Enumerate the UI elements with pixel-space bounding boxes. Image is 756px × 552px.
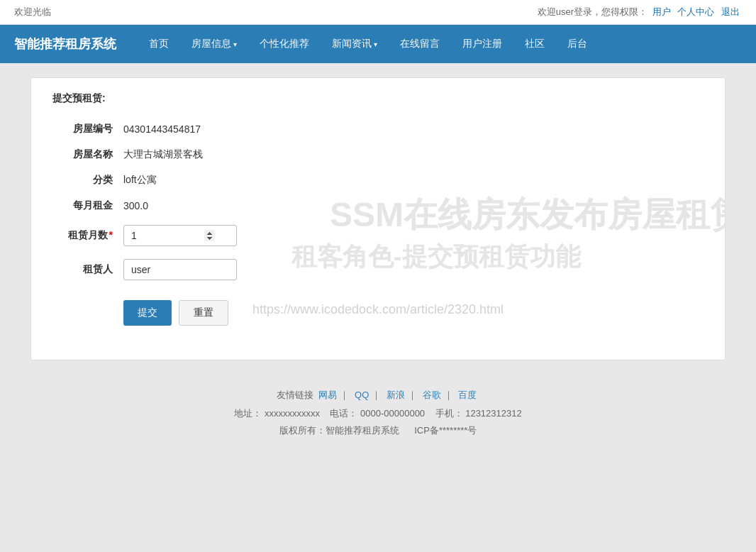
form-title: 提交预租赁:: [52, 92, 704, 109]
address-label: 地址：: [234, 408, 262, 419]
nav-item-community: 社区: [513, 25, 556, 63]
welcome-left: 欢迎光临: [14, 6, 51, 18]
icp-text: ICP备********号: [414, 425, 477, 436]
nav-item-news: 新闻资讯: [321, 25, 389, 63]
button-row: 提交 重置: [52, 293, 704, 326]
nav-link-community[interactable]: 社区: [513, 25, 556, 63]
footer: 友情链接 网易｜ QQ｜ 新浪｜ 谷歌｜ 百度 地址： xxxxxxxxxxxx…: [0, 375, 756, 451]
nav-link-backend[interactable]: 后台: [556, 25, 599, 63]
nav-link-recommend[interactable]: 个性化推荐: [248, 25, 321, 63]
monthly-rent-label: 每月租金: [52, 199, 123, 212]
footer-info: 地址： xxxxxxxxxxxx 电话： 0000-00000000 手机： 1…: [14, 407, 742, 420]
house-number-label: 房屋编号: [52, 123, 123, 136]
nav-item-backend: 后台: [556, 25, 599, 63]
house-number-value: 04301443454817: [123, 123, 201, 135]
submit-button[interactable]: 提交: [123, 300, 172, 326]
btn-group: 提交 重置: [123, 300, 228, 326]
renter-row: 租赁人: [52, 259, 704, 280]
house-name-row: 房屋名称 大理古城湖景客栈: [52, 148, 704, 161]
logout-link[interactable]: 退出: [721, 6, 740, 17]
reset-button[interactable]: 重置: [179, 300, 228, 326]
user-link[interactable]: 用户: [652, 6, 671, 17]
category-value: loft公寓: [123, 174, 157, 187]
welcome-right-text: 欢迎user登录，您得权限：: [538, 6, 647, 17]
footer-link-sina[interactable]: 新浪: [387, 390, 405, 400]
category-row: 分类 loft公寓: [52, 174, 704, 187]
house-number-row: 房屋编号 04301443454817: [52, 123, 704, 136]
footer-link-google[interactable]: 谷歌: [423, 390, 441, 400]
phone-label: 电话：: [330, 408, 357, 419]
rental-months-row: 租赁月数: [52, 225, 704, 246]
nav-items: 首页 房屋信息 个性化推荐 新闻资讯 在线留言 用户注册 社区 后台: [138, 25, 599, 63]
footer-link-wangyi[interactable]: 网易: [318, 390, 337, 400]
house-name-label: 房屋名称: [52, 148, 123, 161]
nav-link-home[interactable]: 首页: [138, 25, 180, 63]
renter-input[interactable]: [123, 259, 237, 280]
personal-center-link[interactable]: 个人中心: [677, 6, 714, 17]
mobile-value: 12312312312: [465, 408, 522, 419]
category-label: 分类: [52, 174, 123, 187]
mobile-label: 手机：: [435, 408, 463, 419]
renter-label: 租赁人: [52, 263, 123, 276]
links-label: 友情链接: [277, 390, 313, 400]
top-bar-right: 欢迎user登录，您得权限： 用户 个人中心 退出: [538, 6, 742, 18]
nav-item-home: 首页: [138, 25, 180, 63]
nav-link-news[interactable]: 新闻资讯: [321, 25, 389, 63]
monthly-rent-value: 300.0: [123, 200, 148, 211]
footer-link-baidu[interactable]: 百度: [458, 390, 477, 400]
form-card: 提交预租赁: SSM在线房东发布房屋租赁平台 租客角色-提交预租赁功能 http…: [30, 77, 726, 360]
copyright-text: 版权所有：智能推荐租房系统: [279, 425, 399, 436]
rental-months-label: 租赁月数: [52, 229, 123, 242]
phone-value: 0000-00000000: [360, 408, 425, 419]
top-bar: 欢迎光临 欢迎user登录，您得权限： 用户 个人中心 退出: [0, 0, 756, 25]
rental-months-input-wrap: [123, 225, 237, 246]
nav-item-register: 用户注册: [451, 25, 513, 63]
nav-link-message[interactable]: 在线留言: [389, 25, 451, 63]
nav-brand: 智能推荐租房系统: [14, 25, 130, 63]
rental-months-input[interactable]: [123, 225, 237, 246]
address-value: xxxxxxxxxxxx: [265, 408, 320, 419]
nav-link-register[interactable]: 用户注册: [451, 25, 513, 63]
main-content: 提交预租赁: SSM在线房东发布房屋租赁平台 租客角色-提交预租赁功能 http…: [23, 77, 733, 360]
monthly-rent-row: 每月租金 300.0: [52, 199, 704, 212]
nav-item-recommend: 个性化推荐: [248, 25, 321, 63]
nav-item-message: 在线留言: [389, 25, 451, 63]
nav-link-house-info[interactable]: 房屋信息: [180, 25, 248, 63]
nav-item-house-info: 房屋信息: [180, 25, 248, 63]
footer-link-qq[interactable]: QQ: [355, 390, 369, 400]
navbar: 智能推荐租房系统 首页 房屋信息 个性化推荐 新闻资讯 在线留言 用户注册 社区…: [0, 25, 756, 63]
house-name-value: 大理古城湖景客栈: [123, 148, 203, 161]
footer-copy: 版权所有：智能推荐租房系统 ICP备********号: [14, 424, 742, 437]
footer-links: 友情链接 网易｜ QQ｜ 新浪｜ 谷歌｜ 百度: [14, 389, 742, 402]
